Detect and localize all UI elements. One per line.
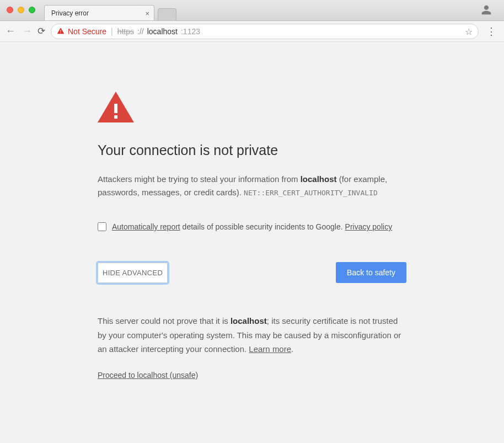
advanced-details: This server could not prove that it is l… <box>98 314 406 356</box>
advanced-host: localhost <box>230 316 267 325</box>
auto-report-label: Automatically report details of possible… <box>112 222 392 231</box>
reload-button[interactable]: ⟳ <box>37 25 45 37</box>
warning-body-pre: Attackers might be trying to steal your … <box>98 174 301 184</box>
tab-title: Privacy error <box>51 9 89 17</box>
back-button[interactable]: ← <box>6 25 15 37</box>
proceed-unsafe-link[interactable]: Proceed to localhost (unsafe) <box>98 371 198 380</box>
close-window-button[interactable] <box>7 7 13 13</box>
tabstrip: Privacy error × <box>44 0 176 20</box>
error-code: NET::ERR_CERT_AUTHORITY_INVALID <box>244 189 378 197</box>
active-tab[interactable]: Privacy error × <box>44 5 154 20</box>
omnibox-separator: | <box>110 27 114 36</box>
svg-rect-2 <box>114 115 117 119</box>
profile-icon[interactable] <box>481 4 492 18</box>
titlebar: Privacy error × <box>0 0 504 21</box>
security-status-label: Not Secure <box>68 27 106 36</box>
toolbar: ← → ⟳ Not Secure | https://localhost:112… <box>0 21 504 42</box>
close-tab-icon[interactable]: × <box>145 9 149 17</box>
zoom-window-button[interactable] <box>29 7 35 13</box>
advanced-post2: . <box>291 344 293 354</box>
auto-report-rest: details of possible security incidents t… <box>180 222 345 231</box>
ssl-interstitial: Your connection is not private Attackers… <box>87 42 417 402</box>
minimize-window-button[interactable] <box>18 7 24 13</box>
url-host: localhost <box>147 27 178 36</box>
security-warning-icon <box>57 27 65 36</box>
url-scheme-struck: https <box>117 27 134 36</box>
svg-rect-1 <box>114 104 117 113</box>
back-to-safety-button[interactable]: Back to safety <box>336 262 406 283</box>
browser-menu-icon[interactable]: ⋮ <box>484 25 498 38</box>
bookmark-star-icon[interactable]: ☆ <box>465 26 473 36</box>
warning-body-host: localhost <box>301 174 337 184</box>
window-controls <box>7 7 35 13</box>
button-row: HIDE ADVANCED Back to safety <box>98 262 406 283</box>
page-title: Your connection is not private <box>98 142 406 158</box>
advanced-pre: This server could not prove that it is <box>98 316 230 325</box>
url-port: :1123 <box>181 27 200 36</box>
auto-report-row: Automatically report details of possible… <box>98 222 406 231</box>
toggle-advanced-button[interactable]: HIDE ADVANCED <box>98 263 168 283</box>
auto-report-link[interactable]: Automatically report <box>112 222 180 231</box>
auto-report-checkbox[interactable] <box>98 222 106 231</box>
new-tab-button[interactable] <box>158 8 176 20</box>
forward-button[interactable]: → <box>22 25 32 37</box>
warning-triangle-icon <box>98 92 134 122</box>
nav-arrows: ← → <box>6 25 32 37</box>
page-content: Your connection is not private Attackers… <box>0 42 504 443</box>
learn-more-link[interactable]: Learn more <box>249 344 291 354</box>
privacy-policy-link[interactable]: Privacy policy <box>345 222 393 231</box>
warning-body: Attackers might be trying to steal your … <box>98 173 406 199</box>
address-bar[interactable]: Not Secure | https://localhost:1123 ☆ <box>51 24 479 39</box>
url-scheme-rest: :// <box>137 27 144 36</box>
